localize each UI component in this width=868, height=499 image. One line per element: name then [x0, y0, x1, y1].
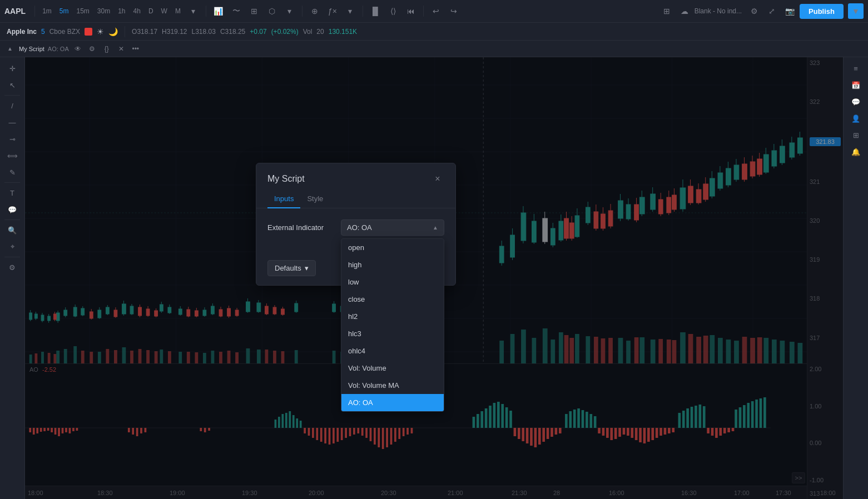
timeframe-1m[interactable]: 1m	[39, 6, 54, 17]
price-high: H319.12	[162, 28, 187, 36]
dropdown-item-vol-volume-ma[interactable]: Vol: Volume MA	[341, 377, 444, 394]
indicator-name: My Script	[19, 46, 44, 52]
dropdown-item-hl2[interactable]: hl2	[341, 308, 444, 325]
settings-tool[interactable]: ⚙	[3, 260, 21, 275]
callout-tool[interactable]: 💬	[3, 202, 21, 217]
defaults-button[interactable]: Defaults ▾	[267, 260, 316, 276]
modal-close-button[interactable]: ×	[431, 172, 444, 186]
bar-chart-icon[interactable]: ▐▌	[368, 3, 383, 19]
indicator-ao-label: AO: OA	[48, 46, 69, 52]
people-icon[interactable]: 👤	[847, 111, 865, 126]
crosshair-tool[interactable]: ✛	[3, 61, 21, 76]
indicator-more-icon[interactable]: •••	[130, 43, 141, 54]
dropdown-item-ohlc4[interactable]: ohlc4	[341, 342, 444, 360]
symbol-num: 5	[41, 28, 45, 36]
publish-button[interactable]: Publish	[800, 4, 844, 19]
symbol-bar: Apple Inc 5 Cboe BZX ☀ 🌙 O318.17 H319.12…	[0, 23, 868, 41]
dropdown-arrow-icon: ▲	[433, 224, 438, 231]
indicator-collapse[interactable]: ▲	[4, 43, 16, 54]
data-window-icon[interactable]: ⊞	[847, 127, 865, 143]
dropdown-item-open[interactable]: open	[341, 239, 444, 256]
tab-style[interactable]: Style	[300, 190, 330, 208]
layout-icon[interactable]: ⊞	[659, 3, 674, 19]
dropdown-trigger[interactable]: AO: OA ▲	[341, 219, 444, 236]
add-plot-icon[interactable]: ⊕	[307, 3, 323, 19]
indicator-eye-icon[interactable]: 👁	[72, 43, 83, 54]
magnet-tool[interactable]: ⌖	[3, 239, 21, 255]
cloud-icon[interactable]: ☁	[677, 3, 692, 19]
timeframe-5m[interactable]: 5m	[57, 6, 72, 17]
moon-icon[interactable]: 🌙	[108, 27, 118, 36]
fib-tool[interactable]: ⊸	[3, 131, 21, 147]
modal-overlay[interactable]: My Script × Inputs Style External Indica…	[25, 57, 843, 499]
chart-area: AO -2.52	[25, 57, 843, 499]
price-low: L318.03	[191, 28, 215, 36]
lt-divider-2	[4, 182, 20, 183]
indicator-code-icon[interactable]: {}	[101, 43, 112, 54]
screenshot-icon[interactable]: 📷	[782, 3, 797, 19]
defaults-arrow-icon: ▾	[305, 264, 309, 272]
dropdown-item-high[interactable]: high	[341, 256, 444, 273]
indicator-settings-icon[interactable]: ⚙	[87, 43, 98, 54]
lt-divider-3	[4, 219, 20, 220]
signals-icon[interactable]: ⟨⟩	[385, 3, 401, 19]
timeframe-15m[interactable]: 15m	[73, 6, 92, 17]
dropdown-item-vol-volume[interactable]: Vol: Volume	[341, 360, 444, 377]
dropdown-item-low[interactable]: low	[341, 273, 444, 291]
template-icon[interactable]: ⬡	[264, 3, 280, 19]
compare-icon[interactable]: ⊞	[246, 3, 262, 19]
watchlist-icon[interactable]: ≡	[847, 61, 865, 76]
ticker-label[interactable]: AAPL	[4, 7, 26, 16]
dropdown-item-hlc3[interactable]: hlc3	[341, 325, 444, 342]
modal-body: External Indicator AO: OA ▲ open high	[256, 208, 455, 256]
symbol-name[interactable]: Apple Inc	[7, 28, 37, 36]
right-sidebar: ≡ 📅 💬 👤 ⊞ 🔔	[843, 57, 868, 499]
timeframe-4h[interactable]: 4h	[131, 6, 143, 17]
divider-5	[423, 6, 424, 17]
indicator-bar: ▲ My Script AO: OA 👁 ⚙ {} ✕ •••	[0, 41, 868, 57]
divider-3	[302, 6, 302, 17]
divider-2	[206, 6, 206, 17]
dropdown-item-close[interactable]: close	[341, 291, 444, 308]
replay-icon[interactable]: ⏮	[403, 3, 419, 19]
more-tools-icon[interactable]: ▾	[282, 3, 297, 19]
input-row: External Indicator AO: OA ▲ open high	[267, 219, 444, 236]
notifications-icon[interactable]: 🔔	[847, 144, 865, 159]
calendar-icon[interactable]: 📅	[847, 77, 865, 93]
lt-divider-4	[4, 257, 20, 257]
main-content: ✛ ↖ / — ⊸ ⟺ ✎ T 💬 🔍 ⌖ ⚙	[0, 57, 868, 499]
cursor-tool[interactable]: ↖	[3, 77, 21, 93]
sun-icon[interactable]: ☀	[97, 27, 104, 36]
brush-tool[interactable]: ✎	[3, 164, 21, 180]
indicator-close-icon[interactable]: ✕	[116, 43, 127, 54]
undo-icon[interactable]: ↩	[428, 3, 444, 19]
timeframe-1h[interactable]: 1h	[115, 6, 128, 17]
timeframe-30m[interactable]: 30m	[95, 6, 113, 17]
redo-icon[interactable]: ↪	[446, 3, 462, 19]
modal-dialog: My Script × Inputs Style External Indica…	[256, 163, 456, 286]
tab-inputs[interactable]: Inputs	[267, 190, 300, 208]
formula-icon[interactable]: ƒ×	[325, 3, 340, 19]
measure-tool[interactable]: ⟺	[3, 148, 21, 163]
timeframe-more-icon[interactable]: ▾	[186, 3, 201, 19]
chart-type-icon[interactable]: 📊	[211, 3, 226, 19]
vol-val: 130.151K	[329, 28, 357, 36]
timeframe-D[interactable]: D	[146, 6, 156, 17]
trendline-tool[interactable]: /	[3, 98, 21, 113]
chat-icon[interactable]: 💬	[847, 94, 865, 109]
formula-more-icon[interactable]: ▾	[343, 3, 358, 19]
settings-icon[interactable]: ⚙	[746, 3, 762, 19]
fullscreen-icon[interactable]: ⤢	[764, 3, 780, 19]
zoom-tool[interactable]: 🔍	[3, 222, 21, 238]
timeframe-M[interactable]: M	[172, 6, 183, 17]
modal-title: My Script	[267, 174, 305, 184]
dropdown-item-ao-oa[interactable]: AO: OA	[341, 394, 444, 411]
user-icon[interactable]: ▼	[848, 3, 864, 19]
timeframe-W[interactable]: W	[158, 6, 170, 17]
text-tool[interactable]: T	[3, 185, 21, 201]
indicators-icon[interactable]: 〜	[229, 3, 244, 19]
symbol-tag	[85, 28, 92, 36]
vol-label: Vol	[303, 28, 313, 36]
defaults-label: Defaults	[275, 264, 301, 272]
horizontal-tool[interactable]: —	[3, 114, 21, 130]
